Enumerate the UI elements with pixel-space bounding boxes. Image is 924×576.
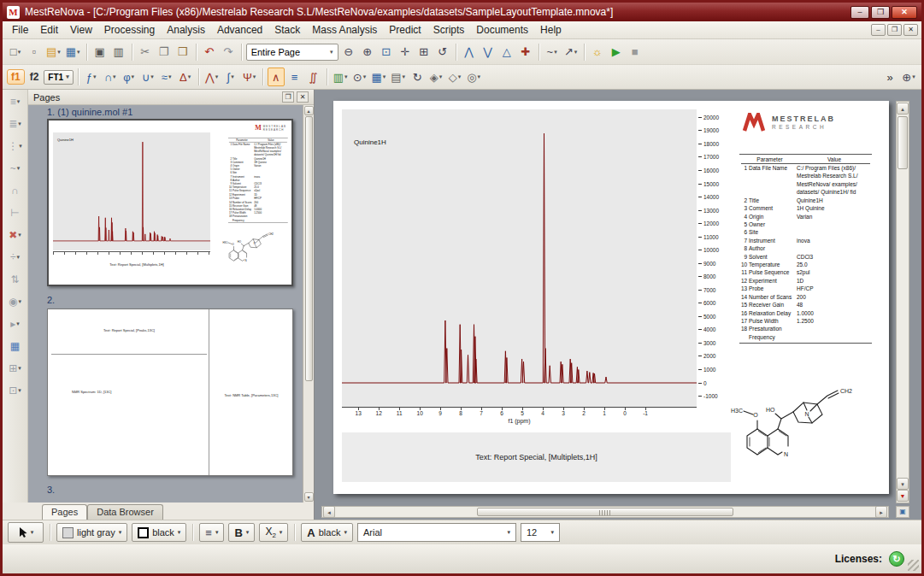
scroll-right-button[interactable]: ▸ bbox=[875, 506, 887, 518]
close-panel-button[interactable]: ✕ bbox=[297, 91, 309, 103]
horizontal-scrollbar[interactable]: ◂ ▸ bbox=[321, 506, 889, 518]
ft1-button[interactable]: FT1▾ bbox=[44, 70, 73, 85]
cut-button[interactable]: ✂ bbox=[137, 43, 154, 62]
tab-data-browser[interactable]: Data Browser bbox=[87, 504, 163, 520]
next-page-button[interactable]: ▼ bbox=[897, 490, 909, 502]
licenses-status-icon[interactable]: ↻ bbox=[889, 551, 904, 567]
menu-view[interactable]: View bbox=[64, 23, 98, 37]
page-item-label[interactable]: 2. bbox=[47, 295, 55, 305]
expand-vertical-button[interactable]: △ bbox=[498, 43, 515, 62]
annotations-button[interactable]: ◎▾ bbox=[465, 68, 482, 86]
maximize-button[interactable]: ❒ bbox=[871, 6, 890, 19]
page-item-label[interactable]: 1. (1) quinine.mol #1 bbox=[47, 107, 132, 117]
subscript-dropdown[interactable]: X2 ▾ bbox=[259, 523, 288, 542]
menu-edit[interactable]: Edit bbox=[34, 23, 64, 37]
delete-object-tool[interactable]: ✖▾ bbox=[5, 226, 26, 244]
page-thumbnail-1[interactable]: Quinine1H M MESTRELAB RESEARCH Parameter… bbox=[47, 119, 293, 286]
open-button[interactable]: ▤▾ bbox=[44, 43, 62, 62]
resize-grip[interactable] bbox=[908, 560, 919, 571]
integration-button[interactable]: ∫▾ bbox=[222, 68, 239, 86]
menu-help[interactable]: Help bbox=[534, 23, 568, 37]
refresh-button[interactable]: ↻ bbox=[409, 68, 426, 86]
line-shape-button[interactable]: ~▾ bbox=[544, 43, 561, 62]
scroll-up-button[interactable]: ▴ bbox=[304, 106, 314, 115]
menu-processing[interactable]: Processing bbox=[98, 23, 161, 37]
menu-mass-analysis[interactable]: Mass Analysis bbox=[306, 23, 383, 37]
scroll-up-button[interactable]: ▴ bbox=[897, 103, 909, 115]
mdi-restore-button[interactable]: ❐ bbox=[887, 24, 902, 36]
page-thumbnail-2[interactable]: Text: Report Special, [Peaks,13C] NMR Sp… bbox=[47, 309, 293, 476]
copy-button[interactable]: ❐ bbox=[156, 43, 173, 62]
scrollbar-thumb[interactable] bbox=[898, 116, 908, 169]
scroll-down-button[interactable]: ▾ bbox=[897, 478, 909, 490]
float-panel-button[interactable]: ❐ bbox=[282, 91, 294, 103]
menu-predict[interactable]: Predict bbox=[383, 23, 427, 37]
f2-trace-button[interactable]: f2 bbox=[26, 70, 43, 84]
zoom-spectrum-button[interactable]: ⋁ bbox=[480, 43, 497, 62]
selection-tool-button[interactable]: ▾ bbox=[8, 522, 44, 543]
scrollbar-thumb[interactable] bbox=[477, 508, 733, 516]
document-page[interactable]: Quinine1H 200001900018000170001600015000… bbox=[333, 101, 889, 494]
data-analysis-button[interactable]: ▥▾ bbox=[332, 68, 350, 86]
peak-picking-button[interactable]: ⋀▾ bbox=[203, 68, 221, 86]
shapes-button[interactable]: ◇▾ bbox=[446, 68, 463, 86]
superimpose-spectra-button[interactable]: ∬ bbox=[305, 68, 322, 86]
run-script-button[interactable]: ▶ bbox=[608, 43, 625, 62]
whole-window-button[interactable]: ∧ bbox=[268, 68, 285, 86]
font-size-combo[interactable]: 12 ▾ bbox=[521, 523, 560, 542]
close-button[interactable]: ✕ bbox=[892, 6, 917, 19]
scrollbar-corner-button[interactable]: ▣ bbox=[896, 506, 909, 518]
fit-to-page-button[interactable]: ⊞ bbox=[415, 43, 433, 62]
baseline-correction-button[interactable]: ∪▾ bbox=[139, 68, 156, 86]
window-function-button[interactable]: ∩▾ bbox=[102, 68, 119, 86]
crop-region-tool[interactable]: ⊞▾ bbox=[5, 360, 26, 377]
layout-report-button[interactable]: ▤▾ bbox=[389, 68, 407, 86]
crosshair-button[interactable]: ✚ bbox=[517, 43, 534, 62]
undo-button[interactable]: ↶ bbox=[201, 43, 218, 62]
mdi-close-button[interactable]: ✕ bbox=[903, 24, 918, 36]
stamps-button[interactable]: ◈▾ bbox=[427, 68, 444, 86]
zoom-out-button[interactable]: ⊖ bbox=[340, 43, 357, 62]
binning-button[interactable]: ⊙▾ bbox=[350, 68, 368, 86]
reorder-pages-tool[interactable]: ⇅ bbox=[5, 271, 26, 288]
scrollbar-thumb[interactable] bbox=[305, 116, 313, 381]
zoom-region-button[interactable]: ⊡ bbox=[378, 43, 395, 62]
font-color-dropdown[interactable]: A black ▾ bbox=[301, 523, 353, 542]
mdi-minimize-button[interactable]: – bbox=[871, 24, 886, 36]
smoothing-button[interactable]: ≈▾ bbox=[158, 68, 175, 86]
new-from-template-button[interactable]: ▫ bbox=[26, 43, 43, 62]
line-color-dropdown[interactable]: black ▾ bbox=[132, 523, 186, 542]
stop-button[interactable]: ■ bbox=[627, 43, 644, 62]
annotation-region-tool[interactable]: ⊡▾ bbox=[5, 382, 26, 399]
title-bar[interactable]: M MestReNova - [C:/Program Files (x86)/M… bbox=[3, 3, 921, 21]
menu-advanced[interactable]: Advanced bbox=[211, 23, 268, 37]
bold-dropdown[interactable]: B ▾ bbox=[228, 523, 255, 542]
menu-stack[interactable]: Stack bbox=[268, 23, 306, 37]
redo-button[interactable]: ↷ bbox=[220, 43, 237, 62]
scroll-left-button[interactable]: ◂ bbox=[323, 506, 335, 518]
spectrum-curve-tool[interactable]: ~▾ bbox=[5, 160, 26, 177]
distribute-objects-tool[interactable]: ⋮▾ bbox=[5, 138, 26, 155]
minimize-button[interactable]: – bbox=[850, 6, 869, 19]
pointer-tool[interactable]: ▸▾ bbox=[5, 315, 26, 332]
report-text-box[interactable]: Text: Report Special, [Multiplets,1H] bbox=[342, 432, 731, 482]
print-preview-button[interactable]: ▥ bbox=[110, 43, 127, 62]
arrow-shape-button[interactable]: ↗▾ bbox=[562, 43, 580, 62]
page-item-label[interactable]: 3. bbox=[47, 485, 55, 495]
scroll-down-button[interactable]: ▾ bbox=[304, 492, 314, 502]
fourier-transform-button[interactable]: ƒ▾ bbox=[83, 68, 100, 86]
table-grid-tool[interactable]: ▦ bbox=[5, 338, 26, 355]
print-button[interactable]: ▣ bbox=[91, 43, 109, 62]
tab-pages[interactable]: Pages bbox=[42, 504, 87, 520]
toolbar-overflow-button[interactable]: » bbox=[881, 68, 898, 86]
pages-scrollbar[interactable]: ▴ ▾ bbox=[303, 105, 314, 503]
molecule-structure[interactable]: H3C O HO N N CH2 bbox=[728, 373, 886, 472]
zoom-tools-button[interactable]: ⊕▾ bbox=[900, 68, 917, 86]
page-zoom-combo[interactable]: Entire Page▾ bbox=[246, 44, 338, 61]
divide-page-tool[interactable]: ÷▾ bbox=[5, 249, 26, 266]
new-document-button[interactable]: □▾ bbox=[7, 43, 24, 62]
full-spectrum-button[interactable]: ⋀ bbox=[461, 43, 478, 62]
save-button[interactable]: ▦▾ bbox=[64, 43, 82, 62]
menu-scripts[interactable]: Scripts bbox=[427, 23, 471, 37]
pan-button[interactable]: ✛ bbox=[397, 43, 414, 62]
